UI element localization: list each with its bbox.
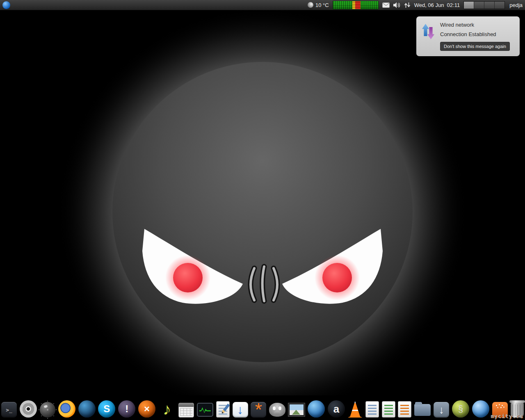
text-editor-icon[interactable] <box>216 401 230 418</box>
watermark: mycity.rs <box>491 413 523 419</box>
music-player-icon[interactable]: ♪ <box>158 400 176 418</box>
dock: >_S!×♪↓*a↓§ <box>0 395 525 420</box>
orange-x-app-icon[interactable]: × <box>138 400 155 418</box>
spreadsheet-document-icon[interactable] <box>382 401 395 418</box>
weather-applet[interactable]: 10 °C <box>308 2 329 8</box>
terminal-icon[interactable]: >_ <box>1 402 17 418</box>
desktop <box>0 10 525 395</box>
amarok-icon[interactable]: a <box>328 400 345 418</box>
notification-message: Connection Established <box>440 31 515 37</box>
firefox-icon[interactable] <box>58 400 75 418</box>
globe-browser-icon[interactable] <box>308 400 325 418</box>
dismiss-notification-button[interactable]: Don't show this message again <box>440 42 510 51</box>
weather-temp: 10 °C <box>315 2 329 8</box>
dark-browser-icon[interactable] <box>78 400 96 418</box>
blue-ball-app-icon[interactable] <box>472 400 489 418</box>
workspace-2[interactable] <box>474 2 484 9</box>
top-panel: 10 °C Wed, 06 Jun 02:11 pedja <box>0 0 525 10</box>
workspace-1[interactable] <box>464 2 474 9</box>
photo-viewer-icon[interactable] <box>288 403 305 416</box>
cd-disc-icon[interactable] <box>20 400 37 418</box>
mail-icon[interactable] <box>382 2 390 8</box>
volume-icon[interactable] <box>393 2 400 8</box>
wallpaper-angry-face <box>0 10 525 395</box>
weather-icon <box>308 2 313 8</box>
applications-menu-icon[interactable] <box>2 1 10 9</box>
system-monitor-graph[interactable] <box>333 1 379 9</box>
workspace-3[interactable] <box>484 2 495 9</box>
star-app-icon[interactable]: * <box>251 402 266 418</box>
writer-document-icon[interactable] <box>365 401 379 418</box>
archive-tool-icon[interactable]: § <box>452 400 469 418</box>
mine-icon[interactable] <box>40 402 55 418</box>
presentation-document-icon[interactable] <box>398 401 411 418</box>
calendar-icon[interactable] <box>178 403 194 418</box>
network-traffic-icon[interactable] <box>404 2 411 8</box>
vlc-icon[interactable] <box>348 401 363 418</box>
clock[interactable]: Wed, 06 Jun 02:11 <box>414 2 460 8</box>
alert-app-icon[interactable]: ! <box>118 400 135 418</box>
notification-popup: Wired network Connection Established Don… <box>416 16 520 56</box>
file-manager-folder-icon[interactable] <box>414 404 431 416</box>
skype-icon[interactable]: S <box>98 400 115 418</box>
notification-title: Wired network <box>440 22 515 28</box>
username[interactable]: pedja <box>509 2 523 8</box>
workspace-switcher <box>463 1 505 9</box>
package-installer-icon[interactable]: ↓ <box>434 402 449 418</box>
gimp-icon[interactable] <box>269 403 285 417</box>
download-manager-icon[interactable]: ↓ <box>233 402 248 418</box>
network-up-down-icon <box>422 23 438 40</box>
workspace-4[interactable] <box>495 2 504 9</box>
system-monitor-app-icon[interactable] <box>197 403 213 417</box>
